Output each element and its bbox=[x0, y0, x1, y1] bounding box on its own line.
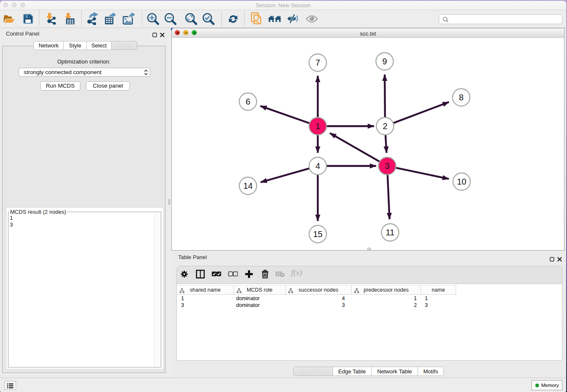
svg-text:6: 6 bbox=[245, 97, 250, 106]
svg-text:2: 2 bbox=[383, 121, 387, 131]
svg-text:8: 8 bbox=[459, 93, 463, 102]
svg-text:9: 9 bbox=[382, 57, 387, 66]
svg-text:1: 1 bbox=[315, 121, 320, 131]
svg-text:14: 14 bbox=[243, 181, 253, 190]
svg-text:11: 11 bbox=[386, 228, 395, 237]
svg-text:3: 3 bbox=[385, 161, 389, 171]
svg-text:4: 4 bbox=[315, 161, 320, 171]
svg-text:10: 10 bbox=[457, 177, 466, 186]
svg-text:7: 7 bbox=[315, 58, 320, 67]
svg-text:15: 15 bbox=[313, 229, 322, 239]
